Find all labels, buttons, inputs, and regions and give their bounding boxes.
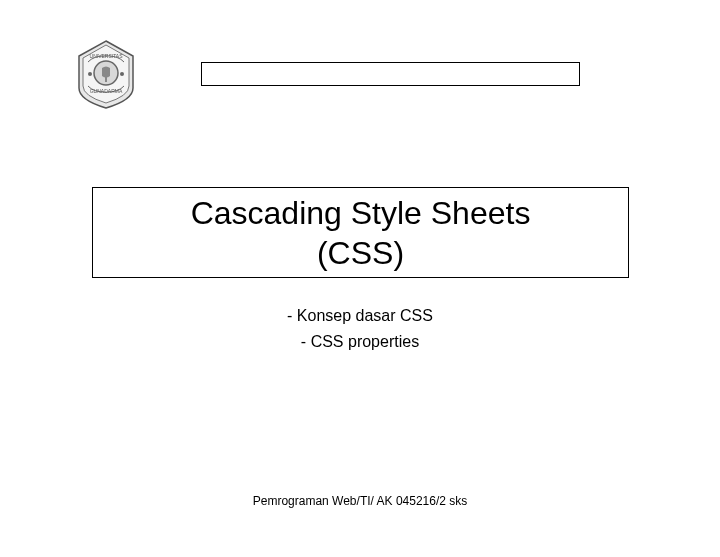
header-area: UNIVERSITAS GUNADARMA [0, 38, 720, 118]
subtitle-item-2: - CSS properties [0, 329, 720, 355]
title-line-2: (CSS) [317, 233, 404, 273]
svg-point-2 [120, 72, 124, 76]
svg-point-1 [88, 72, 92, 76]
subtitle-item-1: - Konsep dasar CSS [0, 303, 720, 329]
logo-top-text: UNIVERSITAS [90, 53, 124, 59]
subtitle-group: - Konsep dasar CSS - CSS properties [0, 303, 720, 354]
title-box: Cascading Style Sheets (CSS) [92, 187, 629, 278]
logo-bottom-text: GUNADARMA [90, 88, 123, 94]
header-empty-box [201, 62, 580, 86]
university-logo: UNIVERSITAS GUNADARMA [73, 38, 139, 111]
logo-svg: UNIVERSITAS GUNADARMA [73, 38, 139, 111]
title-line-1: Cascading Style Sheets [191, 193, 531, 233]
footer-text: Pemrograman Web/TI/ AK 045216/2 sks [0, 494, 720, 508]
svg-rect-3 [105, 76, 107, 82]
